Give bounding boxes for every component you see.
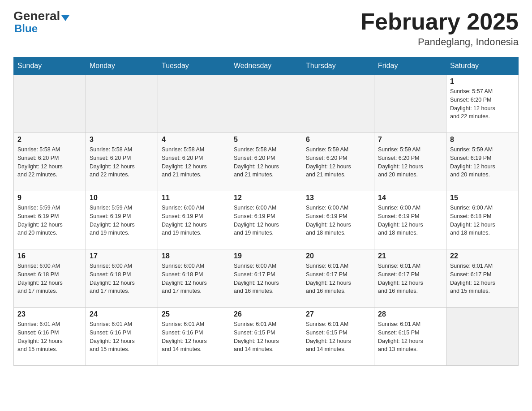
weekday-header-tuesday: Tuesday [158, 57, 230, 75]
calendar-cell: 15Sunrise: 6:00 AM Sunset: 6:18 PM Dayli… [446, 191, 519, 249]
day-info: Sunrise: 6:01 AM Sunset: 6:16 PM Dayligh… [17, 320, 82, 354]
day-number: 25 [162, 310, 226, 318]
day-info: Sunrise: 6:01 AM Sunset: 6:17 PM Dayligh… [306, 262, 370, 295]
calendar-cell: 26Sunrise: 6:01 AM Sunset: 6:15 PM Dayli… [230, 308, 302, 366]
page-header: General Blue February 2025 Pandeglang, I… [13, 9, 519, 48]
week-row-4: 16Sunrise: 6:00 AM Sunset: 6:18 PM Dayli… [14, 249, 519, 308]
day-number: 7 [378, 136, 442, 144]
logo-triangle-icon [61, 15, 69, 21]
calendar-cell: 17Sunrise: 6:00 AM Sunset: 6:18 PM Dayli… [86, 249, 158, 308]
calendar-cell: 24Sunrise: 6:01 AM Sunset: 6:16 PM Dayli… [86, 308, 158, 366]
day-number: 11 [162, 194, 226, 202]
day-info: Sunrise: 5:59 AM Sunset: 6:19 PM Dayligh… [17, 204, 82, 237]
day-info: Sunrise: 6:00 AM Sunset: 6:17 PM Dayligh… [234, 262, 298, 295]
day-number: 16 [17, 252, 82, 260]
calendar-header: SundayMondayTuesdayWednesdayThursdayFrid… [14, 57, 519, 75]
day-number: 22 [450, 252, 515, 260]
calendar-body: 1Sunrise: 5:57 AM Sunset: 6:20 PM Daylig… [14, 75, 519, 366]
day-number: 8 [450, 136, 515, 144]
day-number: 26 [234, 310, 298, 318]
day-number: 21 [378, 252, 442, 260]
day-number: 1 [450, 77, 515, 86]
day-number: 24 [90, 310, 154, 318]
calendar-cell: 8Sunrise: 5:59 AM Sunset: 6:19 PM Daylig… [446, 133, 519, 191]
weekday-header-row: SundayMondayTuesdayWednesdayThursdayFrid… [14, 57, 519, 75]
calendar-table: SundayMondayTuesdayWednesdayThursdayFrid… [13, 57, 519, 366]
day-number: 14 [378, 194, 442, 202]
day-info: Sunrise: 5:59 AM Sunset: 6:20 PM Dayligh… [306, 146, 370, 179]
calendar-cell: 1Sunrise: 5:57 AM Sunset: 6:20 PM Daylig… [446, 75, 519, 133]
calendar-cell: 18Sunrise: 6:00 AM Sunset: 6:18 PM Dayli… [158, 249, 230, 308]
calendar-cell: 25Sunrise: 6:01 AM Sunset: 6:16 PM Dayli… [158, 308, 230, 366]
weekday-header-thursday: Thursday [302, 57, 374, 75]
location-label: Pandeglang, Indonesia [360, 36, 519, 48]
day-info: Sunrise: 5:58 AM Sunset: 6:20 PM Dayligh… [90, 146, 154, 179]
calendar-cell [374, 75, 446, 133]
calendar-cell: 4Sunrise: 5:58 AM Sunset: 6:20 PM Daylig… [158, 133, 230, 191]
day-info: Sunrise: 6:00 AM Sunset: 6:18 PM Dayligh… [162, 262, 226, 295]
day-number: 2 [17, 136, 82, 144]
calendar-cell: 16Sunrise: 6:00 AM Sunset: 6:18 PM Dayli… [14, 249, 86, 308]
calendar-cell: 10Sunrise: 5:59 AM Sunset: 6:19 PM Dayli… [86, 191, 158, 249]
day-number: 18 [162, 252, 226, 260]
title-section: February 2025 Pandeglang, Indonesia [360, 9, 519, 48]
calendar-cell: 3Sunrise: 5:58 AM Sunset: 6:20 PM Daylig… [86, 133, 158, 191]
day-info: Sunrise: 6:00 AM Sunset: 6:18 PM Dayligh… [17, 262, 82, 295]
logo-blue-text: Blue [14, 22, 38, 35]
day-info: Sunrise: 5:58 AM Sunset: 6:20 PM Dayligh… [17, 146, 82, 179]
day-info: Sunrise: 6:00 AM Sunset: 6:19 PM Dayligh… [306, 204, 370, 237]
calendar-cell: 27Sunrise: 6:01 AM Sunset: 6:15 PM Dayli… [302, 308, 374, 366]
day-info: Sunrise: 5:57 AM Sunset: 6:20 PM Dayligh… [450, 87, 515, 121]
calendar-cell: 28Sunrise: 6:01 AM Sunset: 6:15 PM Dayli… [374, 308, 446, 366]
day-number: 15 [450, 194, 515, 202]
calendar-cell [302, 75, 374, 133]
calendar-cell: 19Sunrise: 6:00 AM Sunset: 6:17 PM Dayli… [230, 249, 302, 308]
calendar-cell: 12Sunrise: 6:00 AM Sunset: 6:19 PM Dayli… [230, 191, 302, 249]
logo-general-text: General [13, 9, 60, 23]
logo: General Blue [13, 9, 69, 35]
day-number: 12 [234, 194, 298, 202]
day-number: 3 [90, 136, 154, 144]
calendar-cell: 7Sunrise: 5:59 AM Sunset: 6:20 PM Daylig… [374, 133, 446, 191]
week-row-5: 23Sunrise: 6:01 AM Sunset: 6:16 PM Dayli… [14, 308, 519, 366]
day-number: 28 [378, 310, 442, 318]
day-info: Sunrise: 6:00 AM Sunset: 6:18 PM Dayligh… [90, 262, 154, 295]
day-number: 23 [17, 310, 82, 318]
calendar-cell [86, 75, 158, 133]
day-info: Sunrise: 6:00 AM Sunset: 6:19 PM Dayligh… [378, 204, 442, 237]
calendar-cell: 5Sunrise: 5:58 AM Sunset: 6:20 PM Daylig… [230, 133, 302, 191]
calendar-cell: 11Sunrise: 6:00 AM Sunset: 6:19 PM Dayli… [158, 191, 230, 249]
day-info: Sunrise: 6:01 AM Sunset: 6:17 PM Dayligh… [450, 262, 515, 295]
day-number: 13 [306, 194, 370, 202]
day-info: Sunrise: 6:00 AM Sunset: 6:19 PM Dayligh… [162, 204, 226, 237]
week-row-2: 2Sunrise: 5:58 AM Sunset: 6:20 PM Daylig… [14, 133, 519, 191]
calendar-cell: 20Sunrise: 6:01 AM Sunset: 6:17 PM Dayli… [302, 249, 374, 308]
calendar-cell: 6Sunrise: 5:59 AM Sunset: 6:20 PM Daylig… [302, 133, 374, 191]
week-row-1: 1Sunrise: 5:57 AM Sunset: 6:20 PM Daylig… [14, 75, 519, 133]
day-info: Sunrise: 6:01 AM Sunset: 6:17 PM Dayligh… [378, 262, 442, 295]
day-info: Sunrise: 6:01 AM Sunset: 6:15 PM Dayligh… [306, 320, 370, 354]
calendar-cell [14, 75, 86, 133]
day-info: Sunrise: 6:01 AM Sunset: 6:16 PM Dayligh… [162, 320, 226, 354]
calendar-cell: 22Sunrise: 6:01 AM Sunset: 6:17 PM Dayli… [446, 249, 519, 308]
day-number: 5 [234, 136, 298, 144]
calendar-cell [158, 75, 230, 133]
weekday-header-wednesday: Wednesday [230, 57, 302, 75]
day-number: 9 [17, 194, 82, 202]
day-info: Sunrise: 6:01 AM Sunset: 6:16 PM Dayligh… [90, 320, 154, 354]
day-number: 17 [90, 252, 154, 260]
calendar-cell: 2Sunrise: 5:58 AM Sunset: 6:20 PM Daylig… [14, 133, 86, 191]
day-info: Sunrise: 5:59 AM Sunset: 6:19 PM Dayligh… [90, 204, 154, 237]
day-info: Sunrise: 6:01 AM Sunset: 6:15 PM Dayligh… [234, 320, 298, 354]
day-number: 4 [162, 136, 226, 144]
day-number: 20 [306, 252, 370, 260]
calendar-cell: 23Sunrise: 6:01 AM Sunset: 6:16 PM Dayli… [14, 308, 86, 366]
weekday-header-saturday: Saturday [446, 57, 519, 75]
day-number: 10 [90, 194, 154, 202]
weekday-header-friday: Friday [374, 57, 446, 75]
day-info: Sunrise: 5:59 AM Sunset: 6:19 PM Dayligh… [450, 146, 515, 179]
day-number: 27 [306, 310, 370, 318]
day-info: Sunrise: 5:58 AM Sunset: 6:20 PM Dayligh… [234, 146, 298, 179]
week-row-3: 9Sunrise: 5:59 AM Sunset: 6:19 PM Daylig… [14, 191, 519, 249]
day-info: Sunrise: 5:58 AM Sunset: 6:20 PM Dayligh… [162, 146, 226, 179]
